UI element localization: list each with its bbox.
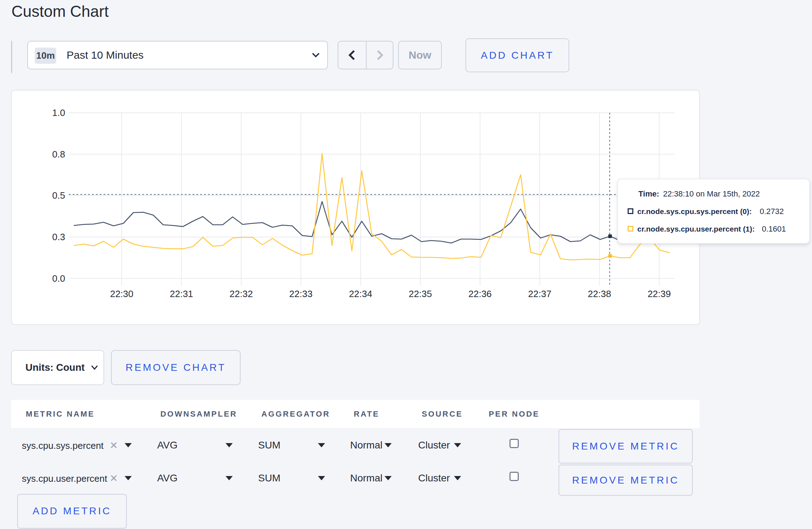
svg-text:22:36: 22:36 bbox=[468, 288, 492, 299]
svg-text:22:31: 22:31 bbox=[170, 288, 193, 299]
svg-text:22:39: 22:39 bbox=[648, 288, 671, 299]
svg-text:0.3: 0.3 bbox=[52, 232, 65, 242]
svg-text:22:30: 22:30 bbox=[110, 288, 133, 299]
svg-text:22:32: 22:32 bbox=[229, 288, 253, 299]
svg-text:22:33: 22:33 bbox=[289, 288, 313, 299]
svg-text:0.8: 0.8 bbox=[52, 149, 65, 160]
svg-text:22:34: 22:34 bbox=[349, 288, 372, 299]
svg-text:22:38: 22:38 bbox=[588, 288, 611, 299]
svg-text:1.0: 1.0 bbox=[52, 107, 65, 118]
svg-text:22:35: 22:35 bbox=[409, 288, 432, 299]
svg-text:0.5: 0.5 bbox=[52, 190, 65, 201]
svg-text:0.0: 0.0 bbox=[52, 273, 65, 284]
svg-text:22:37: 22:37 bbox=[528, 288, 551, 299]
